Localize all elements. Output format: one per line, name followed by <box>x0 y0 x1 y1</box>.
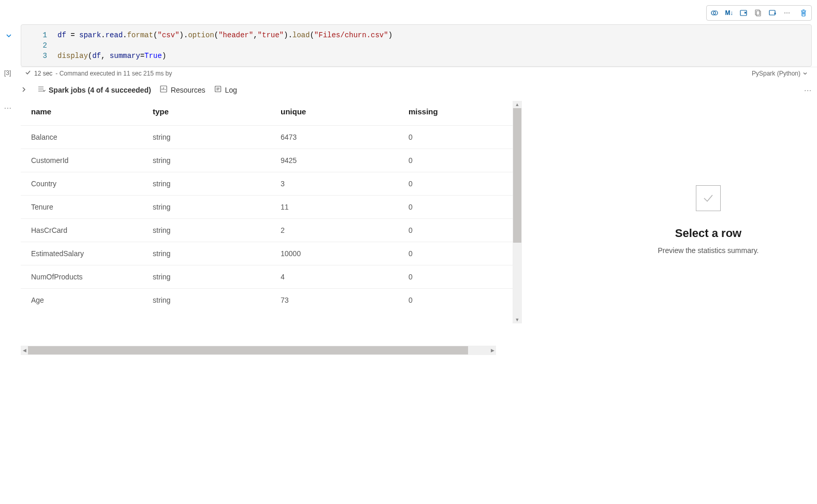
log-button[interactable]: Log <box>214 85 237 95</box>
cell-name: EstimatedSalary <box>21 242 149 265</box>
table-row[interactable]: CustomerIdstring94250 <box>21 149 513 172</box>
preview-empty-icon <box>696 185 721 211</box>
svg-point-8 <box>789 12 790 13</box>
cell-missing: 0 <box>404 242 513 265</box>
execution-counter: [3] <box>0 69 21 77</box>
scroll-thumb-horizontal[interactable] <box>28 346 468 354</box>
copilot-icon[interactable] <box>708 7 721 19</box>
cell-missing: 0 <box>404 172 513 196</box>
svg-rect-5 <box>769 10 775 15</box>
svg-point-6 <box>784 12 785 13</box>
cell-missing: 0 <box>404 196 513 219</box>
summary-table: name type unique missing Balancestring64… <box>21 101 513 312</box>
preview-subtitle: Preview the statistics summary. <box>658 246 758 255</box>
line-gutter: 1 2 3 <box>21 30 57 61</box>
table-row[interactable]: Tenurestring110 <box>21 196 513 219</box>
scroll-thumb-vertical[interactable] <box>513 108 521 243</box>
table-scroll[interactable]: name type unique missing Balancestring64… <box>21 101 513 323</box>
cell-missing: 0 <box>404 126 513 149</box>
copy-cell-button[interactable] <box>751 7 765 19</box>
cell-name: Country <box>21 172 149 196</box>
exec-time: 12 sec <box>34 70 52 77</box>
expand-output-chevron[interactable] <box>21 86 29 94</box>
output-bar: Spark jobs (4 of 4 succeeded) Resources … <box>21 84 812 96</box>
preview-panel: Select a row Preview the statistics summ… <box>605 101 812 339</box>
cell-output-menu[interactable]: ··· <box>4 103 12 112</box>
cell-name: Age <box>21 289 149 312</box>
cell-type: string <box>149 172 276 196</box>
cell-missing: 0 <box>404 289 513 312</box>
cell-missing: 0 <box>404 149 513 172</box>
spark-jobs-icon <box>37 85 46 95</box>
exec-status: - Command executed in 11 sec 215 ms by <box>55 70 172 77</box>
resources-icon <box>159 85 168 95</box>
table-row[interactable]: HasCrCardstring20 <box>21 219 513 242</box>
svg-point-9 <box>44 91 45 92</box>
cell-missing: 0 <box>404 219 513 242</box>
output-more-button[interactable]: ··· <box>804 86 812 94</box>
table-row[interactable]: NumOfProductsstring40 <box>21 265 513 289</box>
cell-type: string <box>149 242 276 265</box>
cell-type: string <box>149 149 276 172</box>
col-name[interactable]: name <box>21 101 149 126</box>
svg-point-7 <box>786 12 787 13</box>
col-type[interactable]: type <box>149 101 276 126</box>
more-actions-button[interactable] <box>780 7 794 19</box>
cell-type: string <box>149 196 276 219</box>
cell-toolbar: M↓ <box>706 5 812 21</box>
cell-unique: 10000 <box>276 242 404 265</box>
execution-bar: [3] 12 sec - Command executed in 11 sec … <box>0 65 817 81</box>
table-row[interactable]: Agestring730 <box>21 289 513 312</box>
delete-cell-button[interactable] <box>797 7 810 19</box>
insert-cell-button[interactable] <box>766 7 779 19</box>
horizontal-scrollbar[interactable]: ◀ ▶ <box>21 346 496 355</box>
col-unique[interactable]: unique <box>276 101 404 126</box>
cell-name: CustomerId <box>21 149 149 172</box>
scroll-left-arrow[interactable]: ◀ <box>21 346 28 355</box>
cell-type: string <box>149 219 276 242</box>
cell-name: NumOfProducts <box>21 265 149 289</box>
col-missing[interactable]: missing <box>404 101 513 126</box>
convert-markdown-button[interactable]: M↓ <box>722 7 736 19</box>
cell-missing: 0 <box>404 265 513 289</box>
check-icon <box>25 69 31 77</box>
scroll-down-arrow[interactable]: ▼ <box>513 316 522 323</box>
execution-content: 12 sec - Command executed in 11 sec 215 … <box>21 67 817 79</box>
table-row[interactable]: EstimatedSalarystring100000 <box>21 242 513 265</box>
resources-button[interactable]: Resources <box>159 85 206 95</box>
scroll-up-arrow[interactable]: ▲ <box>513 101 522 108</box>
cell-unique: 11 <box>276 196 404 219</box>
code-cell[interactable]: 1 2 3 df = spark.read.format("csv").opti… <box>21 24 812 67</box>
kernel-selector[interactable]: PySpark (Python) <box>752 70 813 77</box>
table-row[interactable]: Balancestring64730 <box>21 126 513 149</box>
cell-unique: 4 <box>276 265 404 289</box>
cell-type: string <box>149 265 276 289</box>
spark-jobs-button[interactable]: Spark jobs (4 of 4 succeeded) <box>37 85 151 95</box>
log-icon <box>214 85 222 95</box>
scroll-right-arrow[interactable]: ▶ <box>489 346 496 355</box>
cell-unique: 6473 <box>276 126 404 149</box>
cell-unique: 3 <box>276 172 404 196</box>
check-icon <box>702 191 715 205</box>
cell-name: Balance <box>21 126 149 149</box>
cell-unique: 9425 <box>276 149 404 172</box>
cell-name: Tenure <box>21 196 149 219</box>
delete-output-button[interactable] <box>737 7 750 19</box>
table-header-row: name type unique missing <box>21 101 513 126</box>
summary-table-container: name type unique missing Balancestring64… <box>21 101 513 344</box>
code-content[interactable]: df = spark.read.format("csv").option("he… <box>57 30 392 61</box>
chevron-down-icon <box>803 71 808 76</box>
cell-unique: 73 <box>276 289 404 312</box>
collapse-cell-chevron[interactable] <box>5 32 12 41</box>
cell-type: string <box>149 126 276 149</box>
cell-name: HasCrCard <box>21 219 149 242</box>
code-area: 1 2 3 df = spark.read.format("csv").opti… <box>21 25 811 66</box>
cell-unique: 2 <box>276 219 404 242</box>
cell-type: string <box>149 289 276 312</box>
table-row[interactable]: Countrystring30 <box>21 172 513 196</box>
preview-title: Select a row <box>675 227 741 240</box>
vertical-scrollbar[interactable]: ▲ ▼ <box>513 101 522 323</box>
